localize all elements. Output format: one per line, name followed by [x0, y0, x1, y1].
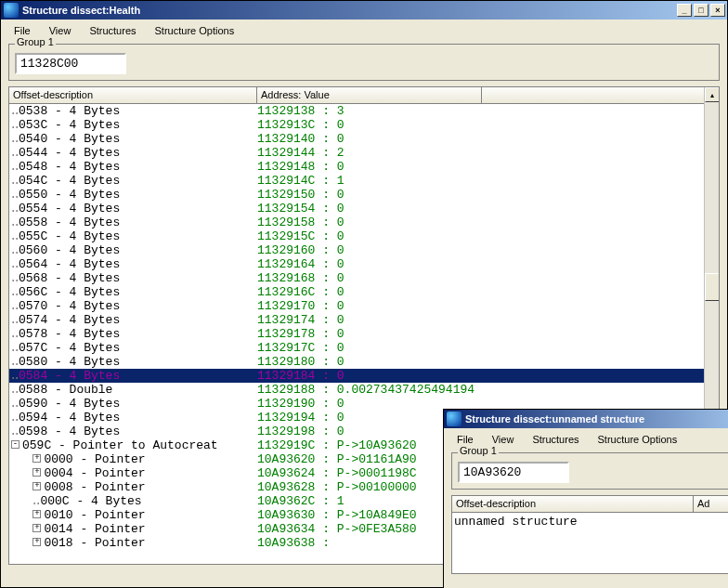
address-value: 11329158 : 0: [257, 216, 344, 229]
menu-structure-options-sub[interactable]: Structure Options: [591, 432, 685, 447]
offset-label: 0558 - 4 Bytes: [19, 216, 120, 229]
tree-connector: ․․: [11, 229, 19, 243]
table-row[interactable]: ․․0554 - 4 Bytes11329154 : 0: [9, 202, 719, 216]
scroll-up-button[interactable]: ▴: [705, 87, 720, 102]
menu-structure-options[interactable]: Structure Options: [148, 23, 242, 38]
tree-connector: ․․: [11, 257, 19, 271]
offset-label: 0584 - 4 Bytes: [19, 369, 120, 383]
col-address-value-sub[interactable]: Ad: [694, 496, 728, 512]
table-row[interactable]: ․․0584 - 4 Bytes11329184 : 0: [9, 369, 719, 383]
table-row[interactable]: ․․0550 - 4 Bytes11329150 : 0: [9, 188, 719, 202]
structure-pane-sub: Offset-description Ad unnamed structure: [451, 495, 728, 574]
tree-connector: ․․: [11, 104, 19, 118]
table-row[interactable]: ․․0588 - Double11329188 : 0.002734374254…: [9, 383, 719, 397]
tree-connector: ․․: [11, 411, 19, 425]
table-row[interactable]: ․․057C - 4 Bytes1132917C : 0: [9, 341, 719, 355]
close-button[interactable]: ×: [710, 4, 725, 17]
offset-label: 0588 - Double: [19, 383, 112, 397]
address-value: 1132916C : 0: [257, 285, 344, 299]
base-address-input[interactable]: [15, 53, 126, 74]
maximize-button[interactable]: □: [694, 4, 708, 17]
tree-connector: ․․: [11, 397, 19, 411]
col-spare[interactable]: [482, 87, 719, 103]
table-row[interactable]: ․․0560 - 4 Bytes11329160 : 0: [9, 243, 719, 257]
address-value: 11329184 : 0: [257, 369, 344, 383]
tree-connector: ․․: [11, 118, 19, 132]
address-value: 11329148 : 0: [257, 160, 344, 174]
minimize-button[interactable]: _: [677, 4, 692, 17]
address-value: 10A93638 :: [257, 536, 330, 550]
titlebar-main[interactable]: Structure dissect:Health _ □ ×: [1, 1, 727, 20]
address-value: 10A93634 : P->0FE3A580: [257, 522, 417, 536]
menu-structures[interactable]: Structures: [82, 23, 143, 38]
tree-connector: ․․: [11, 174, 19, 188]
address-value: 11329164 : 0: [257, 257, 344, 271]
offset-label: 0550 - 4 Bytes: [19, 188, 120, 202]
tree-connector: ․․: [11, 425, 19, 438]
tree-connector: ․․: [11, 355, 19, 369]
base-address-input-sub[interactable]: [458, 462, 569, 483]
address-value: 1132919C : P->10A93620: [257, 438, 417, 452]
col-offset-desc-sub[interactable]: Offset-description: [452, 496, 694, 512]
address-value: 11329140 : 0: [257, 132, 344, 146]
table-row[interactable]: ․․056C - 4 Bytes1132916C : 0: [9, 285, 719, 299]
tree-connector: ․․: [11, 146, 19, 160]
group-legend-sub: Group 1: [458, 445, 499, 456]
address-value: 11329180 : 0: [257, 355, 344, 369]
table-row[interactable]: ․․0580 - 4 Bytes11329180 : 0: [9, 355, 719, 369]
table-row[interactable]: ․․0568 - 4 Bytes11329168 : 0: [9, 271, 719, 285]
menu-structures-sub[interactable]: Structures: [525, 432, 586, 447]
app-icon: [447, 412, 462, 426]
address-value: 1132914C : 1: [257, 174, 344, 188]
expand-icon[interactable]: +: [32, 524, 41, 532]
table-row[interactable]: ․․0574 - 4 Bytes11329174 : 0: [9, 313, 719, 327]
address-value: 1132915C : 0: [257, 229, 344, 243]
expand-icon[interactable]: +: [32, 482, 41, 490]
offset-label: 0568 - 4 Bytes: [19, 271, 120, 285]
col-address-value[interactable]: Address: Value: [257, 87, 482, 103]
table-row[interactable]: ․․055C - 4 Bytes1132915C : 0: [9, 229, 719, 243]
table-row[interactable]: ․․0578 - 4 Bytes11329178 : 0: [9, 327, 719, 341]
offset-label: 0554 - 4 Bytes: [19, 202, 120, 216]
address-value: 10A93628 : P->00100000: [257, 480, 417, 494]
offset-label: 0538 - 4 Bytes: [19, 104, 120, 118]
table-row[interactable]: ․․0564 - 4 Bytes11329164 : 0: [9, 257, 719, 271]
titlebar-sub[interactable]: Structure dissect:unnamed structure: [444, 410, 728, 428]
address-value: 11329170 : 0: [257, 299, 344, 313]
scroll-thumb[interactable]: [705, 273, 720, 301]
offset-label: 0560 - 4 Bytes: [19, 243, 120, 257]
address-value: 11329138 : 3: [257, 104, 344, 118]
window-title-sub: Structure dissect:unnamed structure: [465, 413, 644, 425]
tree-connector: ․․: [11, 132, 19, 146]
expand-icon[interactable]: +: [32, 510, 41, 518]
expand-icon[interactable]: +: [32, 538, 41, 546]
table-row[interactable]: ․․0570 - 4 Bytes11329170 : 0: [9, 299, 719, 313]
table-row[interactable]: ․․0548 - 4 Bytes11329148 : 0: [9, 160, 719, 174]
address-value: 11329174 : 0: [257, 313, 344, 327]
collapse-icon[interactable]: -: [11, 440, 20, 449]
structure-name-text[interactable]: unnamed structure: [454, 515, 578, 529]
expand-icon[interactable]: +: [32, 468, 41, 477]
address-value: 11329160 : 0: [257, 243, 344, 257]
sub-window: Structure dissect:unnamed structure File…: [443, 409, 728, 588]
table-row[interactable]: ․․0558 - 4 Bytes11329158 : 0: [9, 216, 719, 229]
offset-label: 0018 - Pointer: [44, 536, 145, 550]
tree-connector: ․․: [11, 202, 19, 216]
table-row[interactable]: ․․053C - 4 Bytes1132913C : 0: [9, 118, 719, 132]
table-row[interactable]: ․․054C - 4 Bytes1132914C : 1: [9, 174, 719, 188]
offset-label: 0540 - 4 Bytes: [19, 132, 120, 146]
offset-label: 0564 - 4 Bytes: [19, 257, 120, 271]
table-row[interactable]: ․․0540 - 4 Bytes11329140 : 0: [9, 132, 719, 146]
window-title: Structure dissect:Health: [22, 5, 140, 16]
address-value: 11329190 : 0: [257, 397, 344, 411]
table-row[interactable]: ․․0538 - 4 Bytes11329138 : 3: [9, 104, 719, 118]
col-offset-desc[interactable]: Offset-description: [9, 87, 257, 103]
menubar-main: File View Structures Structure Options: [1, 20, 727, 42]
address-value: 1132917C : 0: [257, 341, 344, 355]
table-row[interactable]: ․․0544 - 4 Bytes11329144 : 2: [9, 146, 719, 160]
expand-icon[interactable]: +: [32, 454, 41, 463]
offset-label: 055C - 4 Bytes: [19, 229, 120, 243]
offset-label: 0000 - Pointer: [44, 452, 145, 466]
tree-connector: ․․: [11, 188, 19, 202]
address-value: 11329144 : 2: [257, 146, 344, 160]
